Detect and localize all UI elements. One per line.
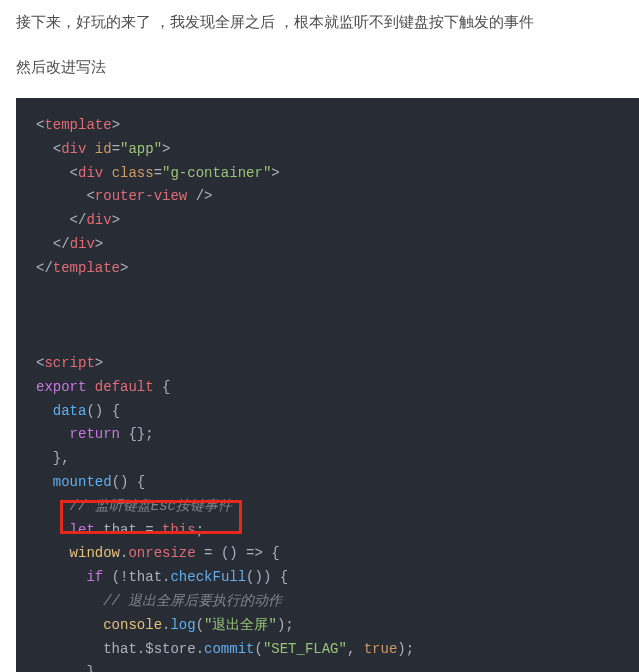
paragraph-2: 然后改进写法	[16, 53, 623, 80]
code-block: <template> <div id="app"> <div class="g-…	[16, 98, 639, 672]
paragraph-1: 接下来，好玩的来了 ，我发现全屏之后 ，根本就监听不到键盘按下触发的事件	[16, 8, 623, 35]
article-body: 接下来，好玩的来了 ，我发现全屏之后 ，根本就监听不到键盘按下触发的事件 然后改…	[0, 0, 639, 80]
